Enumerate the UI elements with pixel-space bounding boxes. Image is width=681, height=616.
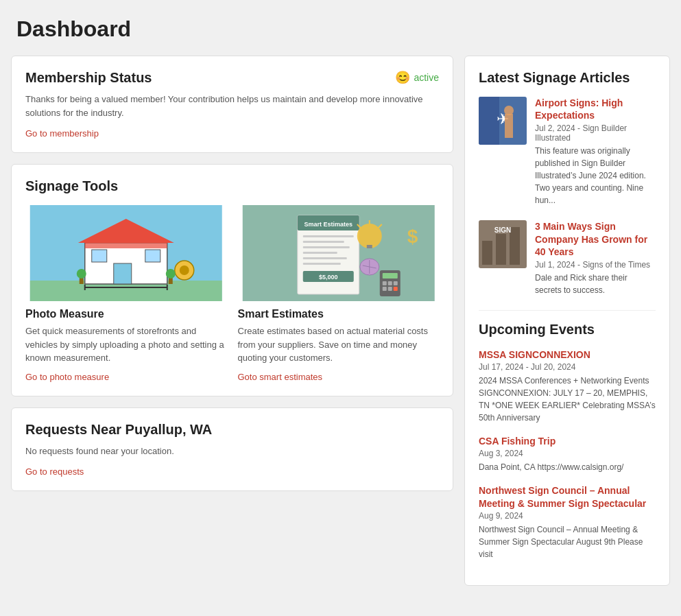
svg-rect-23 (302, 246, 349, 248)
event-date-1: Jul 17, 2024 - Jul 20, 2024 (479, 362, 656, 372)
event-desc-2: Dana Point, CA https://www.calsign.org/ (479, 461, 656, 473)
svg-rect-30 (366, 245, 372, 248)
smart-estimates-tool: Smart Estimates $5,000 (238, 205, 440, 382)
article-item-1: ✈ Airport Signs: High Expectations Jul 2… (479, 97, 656, 206)
left-column: Membership Status 😊 active Thanks for be… (11, 56, 453, 491)
svg-text:SIGN: SIGN (494, 226, 511, 234)
article-title-link-1[interactable]: Airport Signs: High Expectations (535, 97, 623, 121)
events-section: MSSA SIGNCONNEXION Jul 17, 2024 - Jul 20… (479, 348, 656, 560)
svg-point-9 (180, 265, 189, 275)
svg-rect-40 (387, 281, 392, 285)
svg-rect-4 (114, 263, 132, 284)
svg-rect-6 (145, 250, 160, 262)
active-badge: 😊 active (395, 70, 439, 85)
section-divider (479, 310, 656, 311)
requests-title: Requests Near Puyallup, WA (25, 422, 439, 438)
signage-tools-title: Signage Tools (25, 178, 439, 194)
svg-rect-24 (302, 252, 337, 254)
svg-text:Smart Estimates: Smart Estimates (304, 221, 353, 228)
membership-title: Membership Status (25, 70, 152, 86)
page-header: Dashboard (0, 0, 681, 56)
membership-description: Thanks for being a valued member! Your c… (25, 93, 439, 119)
event-date-2: Aug 3, 2024 (479, 449, 656, 458)
article-title-link-2[interactable]: 3 Main Ways Sign Company Has Grown for 4… (535, 221, 647, 257)
membership-header: Membership Status 😊 active (25, 70, 439, 86)
svg-rect-5 (92, 250, 107, 262)
event-item-2: CSA Fishing Trip Aug 3, 2024 Dana Point,… (479, 435, 656, 473)
page-content: Membership Status 😊 active Thanks for be… (0, 56, 681, 602)
page-title: Dashboard (16, 16, 665, 42)
article-info-1: Airport Signs: High Expectations Jul 2, … (535, 97, 656, 206)
smart-estimates-name: Smart Estimates (238, 308, 440, 320)
svg-text:$: $ (407, 226, 418, 247)
svg-rect-49 (505, 114, 513, 138)
svg-rect-7 (85, 243, 167, 248)
svg-point-50 (504, 106, 514, 115)
article-meta-1: Jul 2, 2024 - Sign Builder Illustrated (535, 123, 656, 143)
smart-estimates-image: Smart Estimates $5,000 (238, 205, 440, 301)
smiley-icon: 😊 (395, 70, 410, 85)
svg-rect-25 (302, 257, 346, 259)
event-date-3: Aug 9, 2024 (479, 511, 656, 521)
active-label: active (414, 72, 439, 83)
photo-measure-name: Photo Measure (25, 308, 227, 320)
right-column: Latest Signage Articles ✈ Airport Signs:… (464, 56, 670, 586)
svg-rect-52 (482, 241, 492, 265)
article-thumb-2: SIGN (479, 220, 527, 268)
smart-estimates-link[interactable]: Goto smart estimates (238, 372, 440, 382)
svg-rect-21 (302, 235, 353, 237)
event-title-link-3[interactable]: Northwest Sign Council – Annual Meeting … (479, 485, 646, 508)
tools-grid: Photo Measure Get quick measurements of … (25, 205, 439, 382)
article-meta-2: Jul 1, 2024 - Signs of the Times (535, 260, 656, 270)
svg-text:$5,000: $5,000 (318, 274, 337, 281)
event-desc-3: Northwest Sign Council – Annual Meeting … (479, 523, 656, 560)
signage-tools-card: Signage Tools (11, 164, 453, 396)
photo-measure-link[interactable]: Go to photo measure (25, 372, 227, 382)
articles-section-title: Latest Signage Articles (479, 70, 656, 86)
smart-estimates-desc: Create estimates based on actual materia… (238, 324, 440, 365)
photo-measure-desc: Get quick measurements of storefronts an… (25, 324, 227, 365)
svg-point-14 (77, 269, 86, 279)
svg-rect-53 (496, 234, 506, 265)
svg-rect-54 (510, 227, 520, 265)
svg-rect-22 (302, 241, 344, 243)
svg-rect-38 (382, 273, 397, 279)
article-info-2: 3 Main Ways Sign Company Has Grown for 4… (535, 220, 656, 296)
article-item-2: SIGN 3 Main Ways Sign Company Has Grown … (479, 220, 656, 296)
article-desc-1: This feature was originally published in… (535, 145, 656, 206)
svg-rect-44 (393, 287, 397, 291)
event-title-link-1[interactable]: MSSA SIGNCONNEXION (479, 349, 590, 360)
photo-measure-tool: Photo Measure Get quick measurements of … (25, 205, 227, 382)
event-item-3: Northwest Sign Council – Annual Meeting … (479, 484, 656, 560)
requests-card: Requests Near Puyallup, WA No requests f… (11, 407, 453, 491)
article-desc-2: Dale and Rick share their secrets to suc… (535, 272, 656, 296)
event-item-1: MSSA SIGNCONNEXION Jul 17, 2024 - Jul 20… (479, 348, 656, 424)
events-section-title: Upcoming Events (479, 322, 656, 337)
photo-measure-image (25, 205, 227, 301)
membership-card: Membership Status 😊 active Thanks for be… (11, 56, 453, 153)
right-card: Latest Signage Articles ✈ Airport Signs:… (464, 56, 670, 586)
svg-rect-42 (382, 287, 386, 291)
event-desc-1: 2024 MSSA Conferences + Networking Event… (479, 375, 656, 424)
requests-link[interactable]: Go to requests (25, 466, 84, 477)
article-thumb-1: ✈ (479, 97, 527, 145)
membership-link[interactable]: Go to membership (25, 128, 99, 139)
svg-rect-41 (393, 281, 397, 285)
svg-rect-43 (387, 287, 392, 291)
svg-rect-26 (302, 263, 340, 265)
svg-point-16 (166, 269, 176, 279)
svg-rect-39 (382, 281, 386, 285)
requests-empty-message: No requests found near your location. (25, 446, 439, 456)
event-title-link-2[interactable]: CSA Fishing Trip (479, 436, 555, 447)
